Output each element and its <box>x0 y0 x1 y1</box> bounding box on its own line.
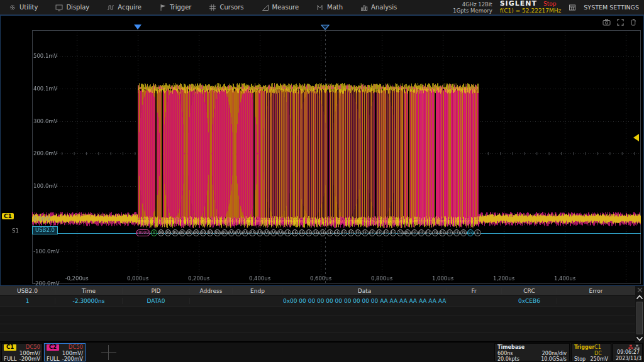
cursors-icon <box>209 4 216 11</box>
menu-items: UtilityDisplayAcquireTriggerCursorsMeasu… <box>0 0 406 14</box>
decode-bubble-data: 00 <box>158 229 164 236</box>
decode-bubble-data: 00 <box>207 229 213 236</box>
decode-bubble-data: 00 <box>221 229 228 236</box>
decode-bubble-data: DE <box>404 229 411 236</box>
oscilloscope-screen: { "menu": { "items": [ {"label":"Utility… <box>0 0 644 362</box>
menu-item-label: Cursors <box>219 4 243 11</box>
decode-bubble-pid: 0 <box>151 229 157 236</box>
timebase-points: 20.0kpts <box>497 356 519 362</box>
menu-item-measure[interactable]: Measure <box>253 0 308 14</box>
delay-reference-marker[interactable] <box>321 25 330 30</box>
menu-item-trigger[interactable]: Trigger <box>150 0 201 14</box>
usb-device-icon <box>635 344 640 349</box>
menu-item-utility[interactable]: Utility <box>0 0 47 14</box>
acquisition-status: Stop <box>543 1 556 8</box>
menu-item-cursors[interactable]: Cursors <box>200 0 252 14</box>
scroll-up-icon[interactable] <box>635 293 644 301</box>
waveform-graticule[interactable] <box>32 30 641 284</box>
trigger-position-marker[interactable] <box>134 25 142 30</box>
table-header-cell: PID <box>123 288 190 294</box>
menu-item-label: Analysis <box>371 4 397 11</box>
scope-spec: 4GHz 12Bit 1Gpts Memory <box>453 1 492 14</box>
table-row <box>0 315 635 324</box>
table-close-button[interactable] <box>635 286 644 293</box>
menu-item-label: Acquire <box>118 4 142 11</box>
display-corner-icons <box>602 19 637 26</box>
voltage-label: 500.1mV <box>33 53 57 59</box>
trigger-level-arrow[interactable] <box>633 134 639 141</box>
decode-bubble-data: EE <box>313 229 319 236</box>
spec-memory: 1Gpts Memory <box>453 8 492 14</box>
decode-bubble-data: AA <box>228 229 235 236</box>
decode-bubble-data: EE <box>284 229 291 236</box>
menu-item-label: Trigger <box>170 4 192 11</box>
timebase-title: Timebase <box>497 344 525 351</box>
scrollbar-thumb[interactable] <box>636 302 643 334</box>
trigger-status: Stop <box>574 356 586 362</box>
scroll-down-icon[interactable] <box>635 335 644 343</box>
decode-bubble-data: AA <box>249 229 255 236</box>
voltage-label: -100.0mV <box>33 248 60 255</box>
rotate-display-icon[interactable] <box>630 19 637 26</box>
menu-item-analysis[interactable]: Analysis <box>352 0 406 14</box>
analysis-icon <box>360 4 368 11</box>
flag-icon <box>159 4 167 11</box>
decode-bubble-data: 7B <box>432 229 438 236</box>
channel1-axis-badge[interactable]: C1 <box>2 213 14 219</box>
table-header-row: USB2.0TimePIDAddressEndpDataFrCRCError <box>0 286 635 295</box>
decode-bubble-data: EE <box>306 229 312 236</box>
serial-bus-marker: S1 <box>12 228 19 234</box>
voltage-label: 0.0mV <box>33 216 51 222</box>
bus-protocol-badge[interactable]: USB2.0 <box>32 226 58 234</box>
decode-bubble-data: 00 <box>214 229 220 236</box>
menu-item-acquire[interactable]: Acquire <box>98 0 150 14</box>
datetime-box[interactable]: 09:06:27 2023/11/3 <box>613 343 643 361</box>
time-label: 1,200us <box>493 275 514 282</box>
decode-bubble-data: DE <box>439 229 445 236</box>
menu-item-math[interactable]: Math <box>308 0 352 14</box>
decode-bubble-data: EE <box>334 229 340 236</box>
menu-item-label: Math <box>327 4 343 11</box>
menu-item-label: Measure <box>272 4 299 11</box>
timebase-descriptor[interactable]: Timebase 600ns 200ns/div 20.0kpts 10.0GS… <box>494 343 570 361</box>
channel2-offset: -200mV <box>62 356 83 362</box>
decode-bubble-data: FF <box>341 229 347 236</box>
channel1-coupling: DC50 <box>26 344 40 350</box>
time-label: -0,200us <box>65 275 88 282</box>
decode-bubble-crc: 0xC <box>467 229 474 236</box>
decode-bubble-data: FF <box>447 229 453 236</box>
decode-bubble-data: EE <box>319 229 326 236</box>
bottom-status-bar: C1 DC50 100mV/ FULL -200mV C2 DC50 100mV… <box>0 343 644 362</box>
time-label: 0,800us <box>371 275 392 282</box>
add-channel-button[interactable] <box>87 343 131 361</box>
decode-bubble-data: FC <box>425 229 431 236</box>
menu-item-display[interactable]: Display <box>47 0 98 14</box>
frequency-measurement: f(C1) = 52.22217MHz <box>500 8 562 14</box>
decode-bubble-data: FF <box>411 229 418 236</box>
table-header-cell: Endp <box>233 288 283 294</box>
trigger-source: C1 DC <box>594 344 608 356</box>
system-settings-button[interactable]: SYSTEM SETTINGS <box>584 4 639 11</box>
decode-bubble-data: AA <box>257 229 263 236</box>
time-label: 1,400us <box>554 275 575 282</box>
table-cell: -2.30000ns <box>55 298 123 304</box>
zoom-crosshair-icon[interactable] <box>617 19 624 26</box>
clock-date: 2023/11/3 <box>616 356 640 362</box>
decode-bubble-data: AA <box>242 229 248 236</box>
decode-bubble-data: FF <box>453 229 460 236</box>
voltage-label: 100.0mV <box>33 183 57 189</box>
decode-bubble-data: EE <box>326 229 333 236</box>
table-row[interactable]: 1-2.30000nsDATA00x00 00 00 00 00 00 00 0… <box>0 295 635 306</box>
table-cell: DATA0 <box>123 298 190 304</box>
time-label: 0,200us <box>188 275 209 282</box>
screenshot-camera-icon[interactable] <box>602 19 611 26</box>
trigger-descriptor[interactable]: Trigger C1 DC Stop 250mV Pulse Negative <box>571 343 611 361</box>
plus-icon <box>101 345 116 360</box>
decode-bubble-sync: 0000000 <box>136 229 150 236</box>
channel1-descriptor[interactable]: C1 DC50 100mV/ FULL -200mV <box>1 343 43 361</box>
channel2-descriptor[interactable]: C2 DC50 100mV/ FULL -200mV <box>44 343 86 361</box>
voltage-label: 200.0mV <box>33 150 57 156</box>
decode-bubble-strip: 0000000000000000000000000000AAAAAAAAAAAA… <box>135 229 481 236</box>
trigger-level: 250mV <box>590 356 608 362</box>
table-cell: 0xCEB6 <box>502 298 557 304</box>
